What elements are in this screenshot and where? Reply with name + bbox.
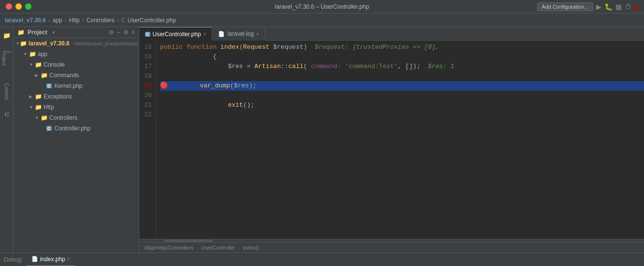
breadcrumb-project[interactable]: laravel_v7.30.6 (5, 17, 46, 24)
editor-statusbar: \App\Http\Controllers › UserController ›… (139, 242, 644, 252)
debug-icon[interactable]: 🐛 (604, 3, 613, 11)
folder-icon-http: 📁 (35, 104, 42, 111)
status-path: \App\Http\Controllers (144, 245, 193, 251)
code-line-18 (160, 71, 644, 81)
folder-icon-commands: 📁 (41, 72, 48, 79)
tab-label-usercontroller: UserController.php (153, 31, 201, 38)
tab-usercontroller[interactable]: C UserController.php × (139, 27, 212, 41)
linenum-21: 21 (141, 100, 152, 110)
status-class: UserController (201, 245, 235, 251)
debug-panel: Debug: 📄 index.php × ▶ ↷ ↓ ↑ ↩ ⚡ ▤ C @ ≡… (0, 252, 644, 266)
folder-icon-exceptions: 📁 (35, 93, 42, 100)
code-line-19: 🔴 var_dump($res); (160, 81, 644, 91)
add-configuration-button[interactable]: Add Configuration... (537, 2, 593, 11)
activity-project-icon[interactable]: 📁 (0, 29, 13, 42)
tree-label-root: laravel_v7.30.6 (29, 40, 70, 47)
breadcrumb: laravel_v7.30.6 › app › Http › Controlle… (0, 14, 644, 27)
editor-content: 15 16 17 18 19 20 21 22 public function … (139, 41, 644, 239)
titlebar-right: Add Configuration... ▶ 🐛 ▦ ⏱ ■ (537, 2, 638, 11)
close-button[interactable] (6, 3, 12, 10)
project-tree: ▼ 📁 laravel_v7.30.6 ~/work/laravel_pract… (14, 38, 139, 252)
tab-close-usercontroller[interactable]: × (204, 31, 206, 37)
scrollbar-thumb (164, 240, 213, 242)
activity-commit-icon[interactable]: Commit (0, 85, 13, 98)
code-line-17: $res = Artisan::call( command: 'command:… (160, 62, 644, 71)
tab-icon-indexphp: 📄 (31, 256, 38, 262)
status-method: index() (243, 245, 259, 251)
breadcrumb-controllers[interactable]: Controllers (87, 17, 115, 24)
breadcrumb-usercontroller[interactable]: UserController.php (128, 17, 176, 24)
tab-label-laravellog: laravel.log (227, 30, 254, 37)
code-area[interactable]: public function index(Request $request) … (156, 41, 644, 239)
tree-arrow-app: ▼ (23, 52, 29, 56)
minimize-button[interactable] (15, 3, 22, 10)
close-panel-icon[interactable]: × (132, 29, 135, 36)
activity-vcs-icon[interactable]: 1: Project (0, 52, 13, 65)
code-line-16: { (160, 52, 644, 62)
tree-controllers[interactable]: ▼ 📁 Controllers (14, 112, 139, 123)
coverage-icon[interactable]: ▦ (615, 3, 622, 11)
status-sep-2: › (238, 245, 240, 251)
run-icon[interactable]: ▶ (596, 3, 601, 11)
tab-close-laravellog[interactable]: × (256, 31, 259, 37)
project-panel: 📁 Project ▼ ⚙ – ⚙ × ▼ 📁 laravel_v7.30.6 … (14, 27, 139, 252)
linenum-20: 20 (141, 91, 152, 100)
tab-icon-log: 📄 (218, 31, 225, 37)
code-line-20 (160, 91, 644, 100)
stop-icon[interactable]: ■ (634, 3, 638, 11)
settings-icon[interactable]: ⚙ (109, 29, 114, 36)
activity-bar: 📁 1: Project Commit ⑆ (0, 27, 14, 252)
breadcrumb-app[interactable]: app (53, 17, 62, 24)
folder-icon-app: 📁 (29, 51, 36, 57)
tab-label-indexphp: index.php (40, 256, 65, 263)
folder-icon-console: 📁 (35, 61, 42, 68)
collapse-icon[interactable]: – (117, 29, 120, 36)
tree-kernel[interactable]: ▶ C Kernel.php (14, 81, 139, 91)
file-c-icon: C (121, 17, 125, 23)
tree-app[interactable]: ▼ 📁 app (14, 49, 139, 59)
tab-icon-usercontroller: C (145, 32, 150, 37)
breadcrumb-sep-2: › (65, 17, 67, 24)
breadcrumb-http[interactable]: Http (69, 17, 80, 24)
folder-icon-root: 📁 (20, 40, 27, 47)
tree-label-app: app (38, 51, 47, 57)
tree-console[interactable]: ▼ 📁 Console (14, 59, 139, 70)
tree-arrow-commands: ▶ (35, 73, 41, 78)
folder-icon-controllers: 📁 (41, 114, 48, 121)
tree-label-controller: Controller.php (55, 125, 91, 132)
file-icon-controller: C (46, 126, 52, 131)
tab-indexphp[interactable]: 📄 index.php × (27, 253, 75, 266)
editor-area: C UserController.php × 📄 laravel.log × 1… (139, 27, 644, 252)
tab-laravellog[interactable]: 📄 laravel.log × (212, 27, 265, 41)
tree-arrow-exceptions: ▶ (29, 94, 35, 99)
tree-label-http: Http (44, 104, 54, 111)
main-layout: 📁 1: Project Commit ⑆ 📁 Project ▼ ⚙ – ⚙ … (0, 27, 644, 252)
activity-git-icon[interactable]: ⑆ (0, 108, 13, 121)
tree-arrow-http: ▼ (29, 105, 35, 110)
linenum-16: 16 (141, 52, 152, 62)
linenum-22: 22 (141, 110, 152, 120)
breadcrumb-sep-3: › (82, 17, 84, 24)
tab-close-indexphp[interactable]: × (67, 256, 70, 262)
file-icon-kernel: C (46, 84, 52, 88)
tree-commands[interactable]: ▶ 📁 Commands (14, 70, 139, 81)
tree-arrow-root: ▼ (15, 41, 20, 46)
tree-label-exceptions: Exceptions (44, 93, 72, 100)
debug-tabs-bar: Debug: 📄 index.php × (0, 253, 644, 266)
tree-controller[interactable]: ▶ C Controller.php (14, 123, 139, 134)
maximize-button[interactable] (25, 3, 31, 10)
code-line-15: public function index(Request $request) … (160, 42, 644, 52)
panel-controls: ⚙ – ⚙ × (109, 29, 135, 36)
tree-http[interactable]: ▼ 📁 Http (14, 102, 139, 112)
tree-root[interactable]: ▼ 📁 laravel_v7.30.6 ~/work/laravel_pract… (14, 38, 139, 49)
breadcrumb-sep-4: › (117, 17, 119, 24)
window-title: laravel_v7.30.6 – UserController.php (275, 3, 369, 10)
profile-icon[interactable]: ⏱ (625, 3, 631, 11)
tree-arrow-controllers: ▼ (35, 115, 41, 120)
breadcrumb-sep-1: › (48, 17, 50, 24)
code-line-21: exit(); (160, 100, 644, 110)
linenum-15: 15 (141, 42, 152, 52)
window-controls (6, 3, 31, 10)
gear-icon[interactable]: ⚙ (123, 29, 129, 36)
tree-exceptions[interactable]: ▶ 📁 Exceptions (14, 91, 139, 102)
